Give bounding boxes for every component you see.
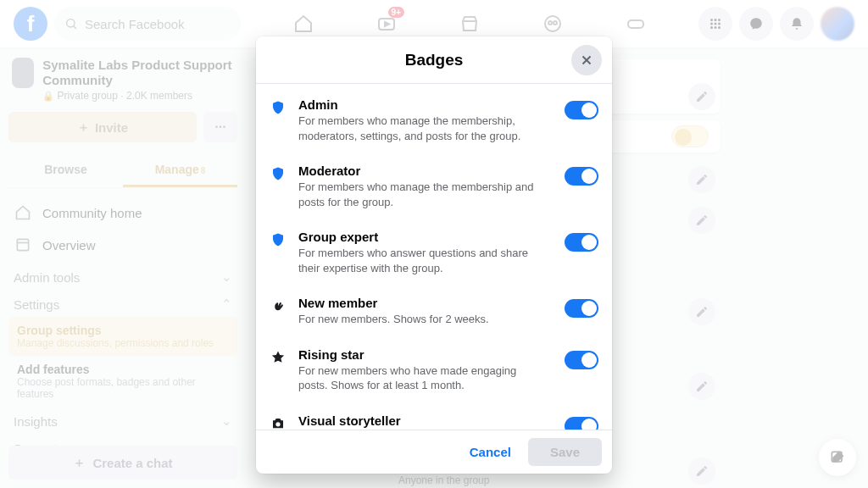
badge-name: Group expert bbox=[298, 230, 544, 244]
close-button[interactable] bbox=[571, 45, 602, 75]
cancel-button[interactable]: Cancel bbox=[459, 438, 521, 466]
shield-icon bbox=[270, 99, 287, 116]
badge-row-rising-star: Rising starFor new members who have made… bbox=[270, 339, 598, 405]
badge-name: Rising star bbox=[298, 347, 544, 362]
shield-icon bbox=[270, 231, 287, 248]
badge-name: Admin bbox=[298, 97, 544, 112]
save-button[interactable]: Save bbox=[528, 438, 602, 466]
badge-text: Rising starFor new members who have made… bbox=[298, 347, 553, 393]
badge-desc: For new members who have made engaging p… bbox=[298, 363, 544, 393]
star-icon bbox=[270, 349, 287, 366]
badge-name: New member bbox=[298, 296, 544, 310]
modal-footer: Cancel Save bbox=[256, 430, 612, 474]
close-icon bbox=[579, 53, 594, 68]
badge-row-moderator: ModeratorFor members who manage the memb… bbox=[270, 155, 598, 221]
svg-point-20 bbox=[275, 422, 280, 426]
modal-body: AdminFor members who manage the membersh… bbox=[256, 84, 612, 430]
badge-toggle[interactable] bbox=[565, 233, 598, 252]
badge-toggle[interactable] bbox=[565, 417, 598, 430]
badge-desc: For members who manage the membership an… bbox=[298, 180, 544, 209]
badge-text: Group expertFor members who answer quest… bbox=[298, 230, 553, 275]
modal-header: Badges bbox=[256, 36, 612, 84]
badge-desc: For members who manage the membership, m… bbox=[298, 114, 544, 143]
badge-name: Visual storyteller bbox=[298, 413, 544, 428]
badge-desc: For new members. Shows for 2 weeks. bbox=[298, 312, 544, 327]
badge-toggle[interactable] bbox=[565, 299, 598, 318]
badge-row-admin: AdminFor members who manage the membersh… bbox=[270, 89, 598, 155]
badge-row-new-member: New memberFor new members. Shows for 2 w… bbox=[270, 287, 598, 339]
badge-toggle[interactable] bbox=[565, 351, 598, 369]
shield-icon bbox=[270, 165, 287, 182]
badge-desc: For members who answer questions and sha… bbox=[298, 246, 544, 275]
badge-row-visual-storyteller: Visual storytellerFor people who share e… bbox=[270, 405, 598, 430]
badges-modal: Badges AdminFor members who manage the m… bbox=[256, 36, 612, 474]
badge-text: Visual storytellerFor people who share e… bbox=[298, 413, 553, 430]
badge-name: Moderator bbox=[298, 164, 544, 178]
badge-toggle[interactable] bbox=[565, 167, 598, 186]
modal-title: Badges bbox=[405, 51, 464, 69]
badge-row-group-expert: Group expertFor members who answer quest… bbox=[270, 221, 598, 287]
badge-text: AdminFor members who manage the membersh… bbox=[298, 97, 553, 143]
badge-toggle[interactable] bbox=[565, 101, 598, 119]
badge-text: New memberFor new members. Shows for 2 w… bbox=[298, 296, 553, 327]
wave-icon bbox=[270, 297, 287, 314]
badge-text: ModeratorFor members who manage the memb… bbox=[298, 164, 553, 209]
camera-icon bbox=[270, 415, 287, 430]
